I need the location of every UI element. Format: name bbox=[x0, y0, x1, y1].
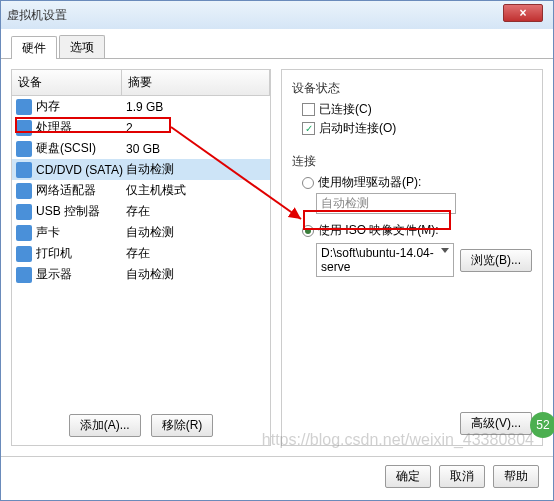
device-list[interactable]: 内存1.9 GB处理器2硬盘(SCSI)30 GBCD/DVD (SATA)自动… bbox=[12, 96, 270, 406]
device-name: 打印机 bbox=[36, 245, 126, 262]
connection-group-title: 连接 bbox=[292, 153, 532, 170]
col-summary: 摘要 bbox=[122, 70, 270, 95]
device-name: 网络适配器 bbox=[36, 182, 126, 199]
browse-button[interactable]: 浏览(B)... bbox=[460, 249, 532, 272]
device-row-disk[interactable]: 硬盘(SCSI)30 GB bbox=[12, 138, 270, 159]
cancel-button[interactable]: 取消 bbox=[439, 465, 485, 488]
device-summary: 自动检测 bbox=[126, 224, 266, 241]
checkbox-icon: ✓ bbox=[302, 122, 315, 135]
ok-button[interactable]: 确定 bbox=[385, 465, 431, 488]
device-summary: 自动检测 bbox=[126, 266, 266, 283]
device-buttons: 添加(A)... 移除(R) bbox=[12, 406, 270, 445]
vm-settings-window: 虚拟机设置 × 硬件 选项 设备 摘要 内存1.9 GB处理器2硬盘(SCSI)… bbox=[0, 0, 554, 501]
device-row-printer[interactable]: 打印机存在 bbox=[12, 243, 270, 264]
window-title: 虚拟机设置 bbox=[7, 7, 67, 24]
device-summary: 存在 bbox=[126, 203, 266, 220]
device-row-display[interactable]: 显示器自动检测 bbox=[12, 264, 270, 285]
device-row-sound[interactable]: 声卡自动检测 bbox=[12, 222, 270, 243]
connect-at-poweron-label: 启动时连接(O) bbox=[319, 120, 396, 137]
close-button[interactable]: × bbox=[503, 4, 543, 22]
device-summary: 仅主机模式 bbox=[126, 182, 266, 199]
printer-icon bbox=[16, 246, 32, 262]
device-name: 声卡 bbox=[36, 224, 126, 241]
sound-icon bbox=[16, 225, 32, 241]
help-button[interactable]: 帮助 bbox=[493, 465, 539, 488]
disk-icon bbox=[16, 141, 32, 157]
connected-label: 已连接(C) bbox=[319, 101, 372, 118]
iso-row: D:\soft\ubuntu-14.04-serve 浏览(B)... bbox=[316, 243, 532, 277]
device-name: USB 控制器 bbox=[36, 203, 126, 220]
device-summary: 存在 bbox=[126, 245, 266, 262]
device-row-cd[interactable]: CD/DVD (SATA)自动检测 bbox=[12, 159, 270, 180]
device-list-header: 设备 摘要 bbox=[12, 70, 270, 96]
watermark-text: https://blog.csdn.net/weixin_43380804 bbox=[262, 431, 534, 449]
net-icon bbox=[16, 183, 32, 199]
dialog-body: 设备 摘要 内存1.9 GB处理器2硬盘(SCSI)30 GBCD/DVD (S… bbox=[1, 59, 553, 456]
device-row-net[interactable]: 网络适配器仅主机模式 bbox=[12, 180, 270, 201]
device-summary: 1.9 GB bbox=[126, 100, 266, 114]
device-row-chip[interactable]: 内存1.9 GB bbox=[12, 96, 270, 117]
remove-device-button[interactable]: 移除(R) bbox=[151, 414, 214, 437]
device-name: 显示器 bbox=[36, 266, 126, 283]
dialog-footer: 确定 取消 帮助 bbox=[1, 456, 553, 500]
annotation-box-device-row bbox=[15, 117, 171, 133]
use-physical-radio[interactable]: 使用物理驱动器(P): bbox=[302, 174, 532, 191]
annotation-box-iso-input bbox=[303, 210, 451, 230]
display-icon bbox=[16, 267, 32, 283]
use-physical-label: 使用物理驱动器(P): bbox=[318, 174, 421, 191]
usb-icon bbox=[16, 204, 32, 220]
col-device: 设备 bbox=[12, 70, 122, 95]
device-name: CD/DVD (SATA) bbox=[36, 163, 126, 177]
cd-icon bbox=[16, 162, 32, 178]
radio-icon bbox=[302, 177, 314, 189]
add-device-button[interactable]: 添加(A)... bbox=[69, 414, 141, 437]
tab-hardware[interactable]: 硬件 bbox=[11, 36, 57, 59]
connected-checkbox[interactable]: 已连接(C) bbox=[302, 101, 532, 118]
iso-path-value: D:\soft\ubuntu-14.04-serve bbox=[321, 246, 434, 274]
tab-strip: 硬件 选项 bbox=[1, 29, 553, 59]
device-name: 内存 bbox=[36, 98, 126, 115]
device-name: 硬盘(SCSI) bbox=[36, 140, 126, 157]
chevron-down-icon bbox=[441, 248, 449, 253]
checkbox-icon bbox=[302, 103, 315, 116]
tab-options[interactable]: 选项 bbox=[59, 35, 105, 58]
connect-at-poweron-checkbox[interactable]: ✓ 启动时连接(O) bbox=[302, 120, 532, 137]
status-group-title: 设备状态 bbox=[292, 80, 532, 97]
device-summary: 自动检测 bbox=[126, 161, 266, 178]
chip-icon bbox=[16, 99, 32, 115]
iso-path-combobox[interactable]: D:\soft\ubuntu-14.04-serve bbox=[316, 243, 454, 277]
corner-badge: 52 bbox=[530, 412, 554, 438]
device-detail-panel: 设备状态 已连接(C) ✓ 启动时连接(O) 连接 使用物理驱动器(P): 自动… bbox=[281, 69, 543, 446]
device-row-usb[interactable]: USB 控制器存在 bbox=[12, 201, 270, 222]
titlebar: 虚拟机设置 × bbox=[1, 1, 553, 29]
device-summary: 30 GB bbox=[126, 142, 266, 156]
